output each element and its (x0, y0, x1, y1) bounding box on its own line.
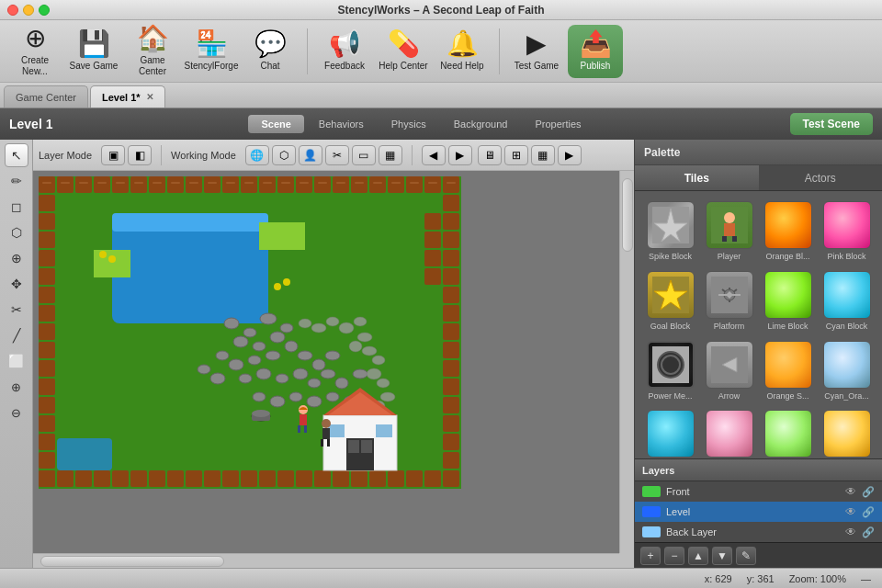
palette-item-cyan-switch[interactable]: Cyan Switch (643, 407, 698, 458)
pencil-tool[interactable]: ✏ (5, 169, 28, 193)
remove-layer-btn[interactable]: − (664, 547, 684, 565)
palette-item-orange-bl[interactable]: Orange Bl... (761, 198, 816, 265)
layer-front-name: Front (666, 486, 838, 497)
close-button[interactable] (7, 5, 18, 16)
horizontal-scrollbar[interactable] (33, 553, 619, 568)
canvas-scroll-area[interactable] (33, 171, 634, 568)
palette-tab-actors[interactable]: Actors (759, 165, 883, 190)
svg-rect-93 (130, 470, 147, 487)
minimize-button[interactable] (23, 5, 34, 16)
svg-point-153 (372, 356, 385, 365)
working-mode-btn-2[interactable]: ⬡ (272, 145, 296, 165)
tab-game-center[interactable]: Game Center (4, 85, 88, 107)
rect-select-tool[interactable]: ⬜ (5, 349, 28, 373)
layer-level[interactable]: Level 👁 🔗 (635, 502, 882, 522)
nav-tab-physics[interactable]: Physics (379, 115, 439, 133)
need-help-button[interactable]: 🔔 Need Help (435, 25, 490, 78)
select-tool[interactable]: ↖ (5, 143, 28, 167)
game-center-button[interactable]: 🏠 Game Center (125, 25, 180, 78)
working-mode-btn-3[interactable]: 👤 (299, 145, 322, 165)
horizontal-scroll-thumb[interactable] (40, 556, 224, 567)
working-mode-btn-4[interactable]: ✂ (325, 145, 349, 165)
grid-btn[interactable]: ▦ (531, 145, 555, 165)
palette-item-power-me[interactable]: Power Me... (643, 338, 698, 404)
layer-edit-btn[interactable]: ✎ (736, 547, 756, 565)
screen-btn[interactable]: 🖥 (478, 145, 502, 165)
tab-close-icon[interactable]: ✕ (146, 92, 153, 102)
tab-level1[interactable]: Level 1* ✕ (90, 85, 165, 107)
svg-point-127 (312, 359, 325, 370)
save-game-button[interactable]: 💾 Save Game (66, 25, 121, 78)
maximize-button[interactable] (39, 5, 50, 16)
nav-tab-background[interactable]: Background (441, 115, 521, 133)
fill-tool[interactable]: ⬡ (5, 220, 28, 244)
palette-item-platform[interactable]: Platform (702, 268, 757, 334)
zoom-in-tool[interactable]: ⊕ (5, 375, 28, 399)
stencylforge-button[interactable]: 🏪 StencylForge (184, 25, 239, 78)
nav-tab-properties[interactable]: Properties (522, 115, 594, 133)
traffic-lights[interactable] (7, 5, 50, 16)
play-btn[interactable]: ▶ (558, 145, 582, 165)
svg-rect-34 (61, 182, 70, 184)
move-tool[interactable]: ✥ (5, 272, 28, 296)
palette-item-spike-block[interactable]: Spike Block (643, 198, 698, 265)
svg-rect-50 (355, 182, 364, 184)
publish-button[interactable]: 📤 Publish (568, 25, 623, 78)
working-mode-btn-5[interactable]: ▭ (352, 145, 376, 165)
feedback-button[interactable]: 📢 Feedback (317, 25, 372, 78)
layer-up-btn[interactable]: ▲ (688, 547, 708, 565)
nav-tab-scene[interactable]: Scene (248, 115, 303, 133)
palette-tab-tiles[interactable]: Tiles (635, 165, 759, 190)
eraser-tool[interactable]: ◻ (5, 195, 28, 219)
test-game-button[interactable]: ▶ Test Game (509, 25, 564, 78)
prev-scene-btn[interactable]: ◀ (422, 145, 446, 165)
layer-down-btn[interactable]: ▼ (712, 547, 732, 565)
layer-front-lock[interactable]: 🔗 (862, 486, 875, 498)
working-mode-btn-1[interactable]: 🌐 (245, 145, 269, 165)
status-zoom: Zoom: 100% (789, 573, 846, 584)
palette-item-orange-s[interactable]: Orange S... (761, 338, 816, 404)
level-header: Level 1 Scene Behaviors Physics Backgrou… (0, 108, 882, 140)
svg-rect-81 (443, 360, 459, 377)
palette-item-cyan-pin[interactable]: Cyan_Pin... (702, 407, 757, 458)
player-label: Player (718, 252, 741, 262)
next-scene-btn[interactable]: ▶ (448, 145, 472, 165)
eyedropper-tool[interactable]: ⊕ (5, 246, 28, 270)
layer-level-lock[interactable]: 🔗 (862, 506, 875, 518)
layer-front-eye[interactable]: 👁 (845, 485, 856, 498)
palette-item-player[interactable]: Player (702, 198, 757, 265)
create-new-button[interactable]: ⊕ Create New... (7, 25, 62, 78)
svg-rect-99 (241, 470, 257, 487)
palette-item-cyan-lim[interactable]: Cyan_Lim... (761, 407, 816, 458)
palette-item-arrow[interactable]: Arrow (702, 338, 757, 404)
vertical-scrollbar[interactable] (619, 171, 634, 553)
lime-block-tile (764, 271, 812, 319)
svg-point-182 (724, 212, 735, 223)
working-mode-btn-6[interactable]: ▦ (379, 145, 402, 165)
vertical-scroll-thumb[interactable] (622, 178, 633, 252)
nav-tab-behaviors[interactable]: Behaviors (306, 115, 377, 133)
palette-item-cyan-ora[interactable]: Cyan_Ora... (820, 338, 875, 404)
window-btn[interactable]: ⊞ (504, 145, 528, 165)
add-layer-btn[interactable]: + (640, 547, 661, 565)
svg-rect-53 (410, 182, 419, 184)
layer-mode-btn-1[interactable]: ▣ (101, 145, 125, 165)
layer-back-lock[interactable]: 🔗 (862, 526, 875, 538)
help-center-button[interactable]: 💊 Help Center (376, 25, 431, 78)
svg-rect-36 (97, 182, 107, 184)
layer-back-eye[interactable]: 👁 (845, 526, 856, 538)
layer-mode-btn-2[interactable]: ◧ (128, 145, 152, 165)
test-scene-button[interactable]: Test Scene (790, 113, 873, 135)
layer-back[interactable]: Back Layer 👁 🔗 (635, 522, 882, 542)
cut-tool[interactable]: ✂ (5, 298, 28, 322)
palette-item-orange-li[interactable]: Orange_Li... (820, 407, 875, 458)
layer-front[interactable]: Front 👁 🔗 (635, 481, 882, 502)
line-tool[interactable]: ╱ (5, 323, 28, 347)
palette-item-goal-block[interactable]: Goal Block (643, 268, 698, 334)
palette-item-cyan-block[interactable]: Cyan Block (820, 268, 875, 334)
layer-level-eye[interactable]: 👁 (845, 505, 856, 518)
chat-button[interactable]: 💬 Chat (243, 25, 298, 78)
palette-item-lime-block[interactable]: Lime Block (761, 268, 816, 334)
zoom-out-tool[interactable]: ⊖ (5, 401, 28, 424)
palette-item-pink-block[interactable]: Pink Block (820, 198, 875, 265)
